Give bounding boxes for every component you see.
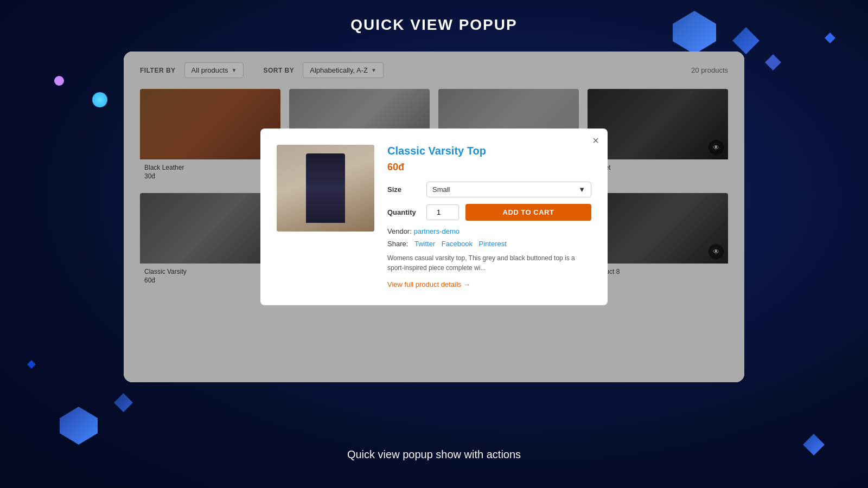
popup-description: Womens casual varsity top, This grey and… (387, 253, 591, 273)
size-row: Size Small ▼ (387, 182, 591, 197)
share-twitter-link[interactable]: Twitter (414, 240, 435, 248)
view-full-product-link[interactable]: View full product details → (387, 280, 470, 288)
quantity-row: Quantity ADD TO CART (387, 204, 591, 221)
main-card: FILTER BY All products ▼ SORT BY Alphabe… (124, 52, 744, 382)
share-label: Share: (387, 240, 408, 248)
quick-view-popup: × Classic Varsity Top 60đ Size Small ▼ (260, 129, 608, 305)
geo-decoration-4 (54, 76, 64, 86)
quantity-label: Quantity (387, 208, 420, 216)
popup-close-button[interactable]: × (592, 135, 599, 146)
popup-product-image (277, 145, 374, 232)
quantity-input[interactable] (426, 204, 459, 220)
size-label: Size (387, 185, 420, 194)
share-facebook-link[interactable]: Facebook (442, 240, 473, 248)
vendor-label: Vendor: (387, 227, 412, 235)
page-title: QUICK VIEW POPUP (350, 16, 517, 34)
add-to-cart-button[interactable]: ADD TO CART (465, 204, 591, 221)
popup-product-title: Classic Varsity Top (387, 145, 591, 157)
size-dropdown[interactable]: Small ▼ (426, 182, 591, 197)
popup-overlay: × Classic Varsity Top 60đ Size Small ▼ (124, 52, 744, 382)
size-chevron-icon: ▼ (578, 185, 585, 194)
geo-decoration-5 (92, 92, 107, 107)
vendor-link[interactable]: partners-demo (413, 227, 459, 235)
popup-product-details: Classic Varsity Top 60đ Size Small ▼ Qua… (387, 145, 591, 289)
shop-area: FILTER BY All products ▼ SORT BY Alphabe… (124, 52, 744, 382)
share-pinterest-link[interactable]: Pinterest (479, 240, 507, 248)
size-value: Small (432, 185, 450, 194)
product-jacket-visual (277, 145, 374, 232)
vendor-row: Vendor: partners-demo (387, 227, 591, 235)
bottom-subtitle: Quick view popup show with actions (347, 448, 521, 461)
popup-product-price: 60đ (387, 162, 591, 173)
share-row: Share: Twitter Facebook Pinterest (387, 240, 591, 248)
